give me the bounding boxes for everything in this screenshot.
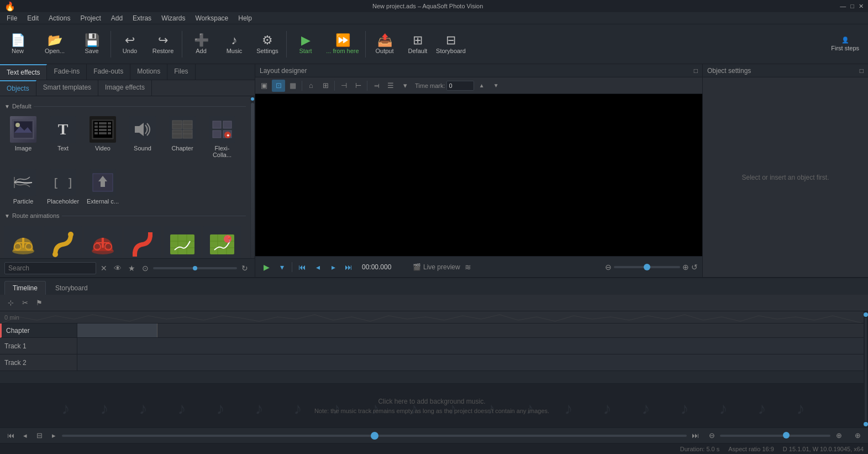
window-controls[interactable]: — □ ✕ (840, 3, 864, 10)
ld-snap-btn[interactable]: ⌂ (304, 80, 318, 92)
tab-files[interactable]: Files (167, 64, 195, 80)
object-sound[interactable]: Sound (124, 113, 161, 161)
tl-split-btn[interactable]: ⚑ (33, 297, 45, 309)
zoom-reset-icon[interactable]: ↺ (691, 263, 698, 272)
tl-scissors-btn[interactable]: ✂ (19, 297, 31, 309)
add-button[interactable]: ➕ Add (186, 27, 217, 62)
scrollbar-track[interactable] (251, 103, 254, 258)
menu-item-actions[interactable]: Actions (44, 13, 75, 23)
tab-image-effects[interactable]: Image effects (98, 80, 152, 96)
route-item-5[interactable] (164, 222, 201, 258)
tab-timeline[interactable]: Timeline (4, 281, 46, 295)
menu-item-project[interactable]: Project (76, 13, 105, 23)
menu-item-file[interactable]: File (2, 13, 22, 23)
bottom-playback-slider[interactable] (62, 435, 687, 437)
layout-designer-expand-icon[interactable]: □ (694, 67, 698, 75)
bottom-scroll-down-btn[interactable]: ⊕ (851, 430, 864, 442)
tab-text-effects[interactable]: Text effects (0, 64, 47, 80)
bottom-zoom-slider[interactable] (720, 435, 830, 437)
section-default-arrow[interactable]: ▼ (4, 103, 10, 109)
prev-frame-btn[interactable]: ⏮ (296, 260, 309, 274)
scrollbar-thumb[interactable] (251, 97, 254, 101)
object-external[interactable]: External c... (84, 166, 122, 208)
search-input[interactable] (4, 262, 96, 274)
object-video[interactable]: Video (84, 113, 122, 161)
menu-item-add[interactable]: Add (107, 13, 127, 23)
bottom-play-end-btn[interactable]: ⏭ (689, 430, 701, 442)
undo-button[interactable]: ↩ Undo (114, 27, 145, 62)
zoom-out-icon[interactable]: ⊖ (605, 263, 612, 272)
menu-item-help[interactable]: Help (234, 13, 256, 23)
tl-marker-btn[interactable]: ⊹ (4, 297, 17, 309)
output-button[interactable]: 📤 Output (369, 27, 400, 62)
tab-objects[interactable]: Objects (0, 80, 36, 96)
right-panel-expand-icon[interactable]: □ (860, 67, 864, 75)
bottom-step-back-btn[interactable]: ◂ (19, 430, 31, 442)
zoom-slider[interactable] (614, 266, 680, 268)
ld-grid-btn[interactable]: ▦ (286, 80, 299, 92)
timeline-right-scroll[interactable] (864, 311, 868, 427)
search-refresh-icon[interactable]: ↻ (239, 263, 250, 274)
ld-align-right-btn[interactable]: ⊢ (351, 80, 365, 92)
default-button[interactable]: ⊞ Default (402, 27, 433, 62)
menu-item-workspace[interactable]: Workspace (191, 13, 233, 23)
close-button[interactable]: ✕ (859, 3, 864, 10)
live-preview-toggle[interactable]: 🎬 Live preview (413, 263, 460, 271)
tab-storyboard[interactable]: Storyboard (47, 281, 96, 295)
object-placeholder[interactable]: [ ] Placeholder (44, 166, 82, 208)
bottom-toggle-btn[interactable]: ⊟ (33, 430, 45, 442)
route-item-3[interactable] (84, 222, 122, 258)
storyboard-toolbar-button[interactable]: ⊟ Storyboard (435, 27, 466, 62)
timeline-scroll-thumb-bottom[interactable] (864, 422, 868, 426)
search-star-icon[interactable]: ★ (126, 263, 138, 274)
open-button[interactable]: 📂 Open... (35, 27, 74, 62)
search-eye-icon[interactable]: 👁 (112, 263, 124, 274)
tab-fade-outs[interactable]: Fade-outs (87, 64, 130, 80)
new-button[interactable]: 📄 New (2, 27, 33, 62)
bottom-play-start-btn[interactable]: ⏮ (4, 430, 17, 442)
zoom-in-icon[interactable]: ⊕ (682, 263, 689, 272)
time-mark-input[interactable] (446, 81, 474, 91)
tab-motions[interactable]: Motions (130, 64, 167, 80)
time-mark-up-btn[interactable]: ▲ (475, 80, 488, 92)
timeline-scroll-thumb-top[interactable] (864, 312, 868, 317)
route-item-4[interactable] (124, 222, 161, 258)
save-button[interactable]: 💾 Save (76, 27, 107, 62)
ld-cursor-btn[interactable]: ⊡ (272, 80, 285, 92)
restore-button[interactable]: ↪ Restore (148, 27, 178, 62)
ld-distribute-btn[interactable]: ⫤ (370, 80, 383, 92)
step-fwd-btn[interactable]: ▸ (327, 260, 340, 274)
bottom-zoom-in-btn[interactable]: ⊕ (833, 430, 845, 442)
play-dropdown-btn[interactable]: ▾ (275, 260, 288, 274)
music-button[interactable]: ♪ Music (219, 27, 250, 62)
ld-arrange-btn[interactable]: ☰ (384, 80, 397, 92)
settings-button[interactable]: ⚙ Settings (252, 27, 283, 62)
maximize-button[interactable]: □ (850, 3, 854, 10)
time-mark-down-btn[interactable]: ▼ (490, 80, 503, 92)
menu-item-edit[interactable]: Edit (23, 13, 43, 23)
menu-item-extras[interactable]: Extras (128, 13, 156, 23)
tab-smart-templates[interactable]: Smart templates (36, 80, 98, 96)
search-filter-icon[interactable]: ⊙ (140, 263, 151, 274)
object-flexi[interactable]: ✦ Flexi-Colla... (203, 113, 241, 161)
route-item-6[interactable]: 📍 (203, 222, 241, 258)
object-image[interactable]: Image (4, 113, 42, 161)
bottom-step-fwd-btn[interactable]: ▸ (48, 430, 60, 442)
search-clear-icon[interactable]: ✕ (98, 263, 109, 274)
object-text[interactable]: T Text (44, 113, 82, 161)
music-track[interactable]: ♪ ♪ ♪ ♪ ♪ ♪ ♪ ♪ ♪ ♪ ♪ ♪ ♪ ♪ ♪ (0, 383, 864, 427)
first-steps-button[interactable]: 👤 First steps (824, 27, 866, 62)
menu-item-wizards[interactable]: Wizards (157, 13, 190, 23)
ld-select-btn[interactable]: ▣ (257, 80, 271, 92)
bottom-zoom-out-btn[interactable]: ⊖ (706, 430, 718, 442)
route-item-2[interactable] (44, 222, 82, 258)
start-button[interactable]: ▶ Start (290, 27, 321, 62)
ld-align-left-btn[interactable]: ⊣ (337, 80, 350, 92)
from-here-button[interactable]: ⏩ ... from here (323, 27, 362, 62)
next-frame-btn[interactable]: ⏭ (342, 260, 355, 274)
step-back-btn[interactable]: ◂ (311, 260, 324, 274)
route-item-1[interactable] (4, 222, 42, 258)
ld-dropdown-btn[interactable]: ▾ (398, 80, 412, 92)
play-button[interactable]: ▶ (260, 260, 273, 274)
section-route-arrow[interactable]: ▼ (4, 213, 10, 219)
